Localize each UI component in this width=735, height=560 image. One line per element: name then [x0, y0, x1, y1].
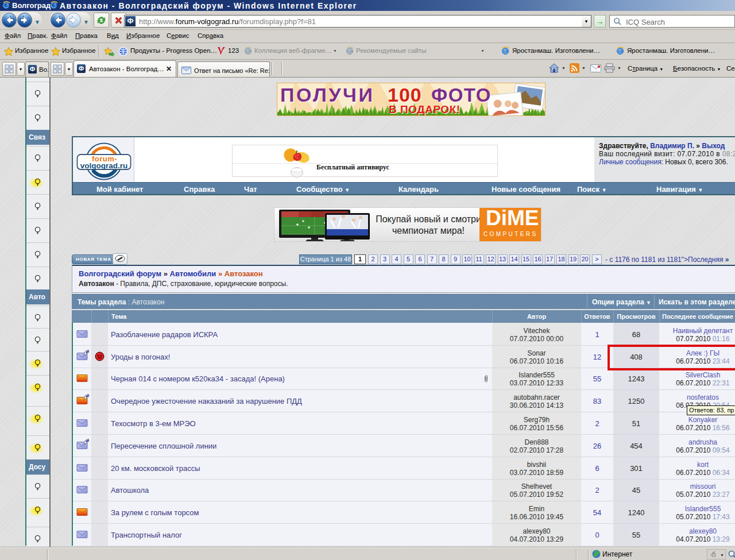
svg-text:volgograd.ru: volgograd.ru — [80, 161, 128, 170]
